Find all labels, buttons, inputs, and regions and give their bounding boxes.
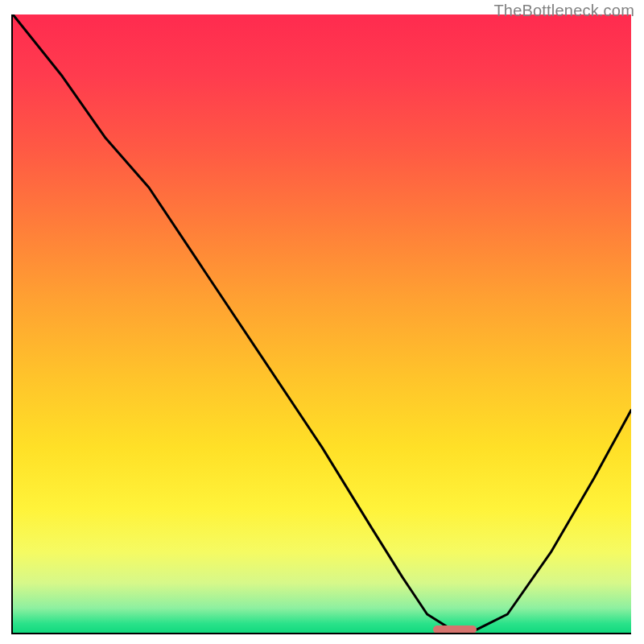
watermark-text: TheBottleneck.com	[493, 2, 634, 20]
x-axis	[11, 633, 631, 634]
y-axis	[11, 14, 13, 633]
plot-background-gradient	[13, 14, 631, 633]
chart-container: TheBottleneck.com	[0, 0, 644, 644]
